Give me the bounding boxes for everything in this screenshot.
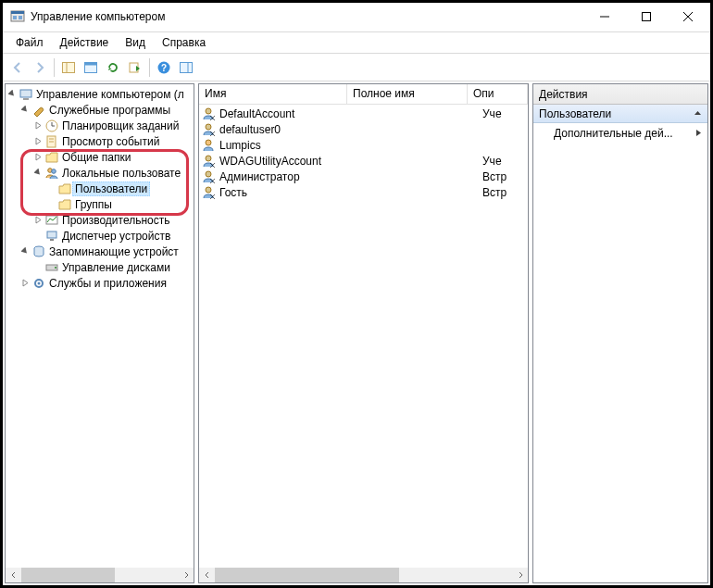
tree-performance[interactable]: Производительность <box>6 212 194 228</box>
list-rows: DefaultAccount Уче defaultuser0 Lumpics <box>199 105 528 567</box>
disk-icon <box>44 260 59 275</box>
scroll-track[interactable] <box>215 568 512 582</box>
tree-device-manager[interactable]: Диспетчер устройств <box>6 228 194 244</box>
tree-disk-management[interactable]: Управление дисками <box>6 259 194 275</box>
maximize-button[interactable] <box>625 3 667 31</box>
tree-root[interactable]: Управление компьютером (л <box>6 86 194 102</box>
properties-button[interactable] <box>80 56 102 79</box>
performance-icon <box>44 213 59 228</box>
action-pane-button[interactable] <box>175 56 197 79</box>
scroll-track[interactable] <box>21 568 178 582</box>
list-item[interactable]: WDAGUtilityAccount Уче <box>199 153 528 169</box>
scroll-thumb[interactable] <box>215 568 399 582</box>
column-description[interactable]: Опи <box>468 84 528 105</box>
svg-rect-15 <box>181 63 193 73</box>
tree-users[interactable]: Пользователи <box>6 181 194 196</box>
cell-desc: Встр <box>482 186 528 199</box>
tree-system-tools[interactable]: Служебные программы <box>6 102 194 118</box>
help-button[interactable]: ? <box>153 56 175 79</box>
tree-services-apps[interactable]: Службы и приложения <box>6 275 194 291</box>
actions-section[interactable]: Пользователи <box>533 105 707 123</box>
minimize-button[interactable] <box>583 3 625 31</box>
menu-action[interactable]: Действие <box>53 34 117 51</box>
svg-point-39 <box>206 171 211 177</box>
tree-scheduler[interactable]: Планировщик заданий <box>6 118 194 133</box>
list-item[interactable]: Lumpics <box>199 137 528 153</box>
column-fullname[interactable]: Полное имя <box>347 84 468 105</box>
users-group-icon <box>44 166 59 181</box>
list-item[interactable]: defaultuser0 <box>199 121 528 137</box>
list-item[interactable]: DefaultAccount Уче <box>199 106 528 121</box>
tree-shared-folders[interactable]: Общие папки <box>6 149 194 165</box>
close-button[interactable] <box>667 3 708 31</box>
window: Управление компьютером Файл Действие Вид… <box>0 0 713 588</box>
separator <box>3 53 710 54</box>
expander-closed-icon[interactable] <box>19 277 31 290</box>
svg-text:?: ? <box>161 63 167 73</box>
expander-open-icon[interactable] <box>19 104 31 117</box>
list-pane: Имя Полное имя Опи DefaultAccount Уче de… <box>198 83 529 583</box>
folder-icon <box>57 197 72 212</box>
actions-section-label: Пользователи <box>539 107 611 120</box>
shared-folder-icon <box>44 150 59 165</box>
forward-button[interactable] <box>29 56 51 79</box>
actions-pane: Действия Пользователи Дополнительные дей… <box>532 83 708 583</box>
list-scrollbar[interactable] <box>199 567 528 582</box>
storage-icon <box>31 244 46 259</box>
expander-closed-icon[interactable] <box>31 214 44 227</box>
tree-label: Управление компьютером (л <box>36 88 184 101</box>
expander-open-icon[interactable] <box>31 167 44 180</box>
cell-desc: Уче <box>482 155 528 168</box>
tree-label: Просмотр событий <box>62 135 159 148</box>
expander-open-icon[interactable] <box>19 245 31 258</box>
collapse-icon[interactable] <box>694 107 702 120</box>
menu-view[interactable]: Вид <box>118 34 153 51</box>
cell-name: Гость <box>219 186 362 199</box>
scroll-thumb[interactable] <box>21 568 115 582</box>
folder-icon <box>57 181 72 196</box>
device-icon <box>44 229 59 244</box>
tree-eventviewer[interactable]: Просмотр событий <box>6 133 194 149</box>
menu-file[interactable]: Файл <box>8 34 51 51</box>
column-name[interactable]: Имя <box>199 84 347 105</box>
scroll-left-icon[interactable] <box>199 568 215 582</box>
tree-label: Управление дисками <box>62 261 170 274</box>
scroll-right-icon[interactable] <box>512 568 528 582</box>
expander-closed-icon[interactable] <box>31 119 44 132</box>
services-icon <box>31 276 46 291</box>
list-item[interactable]: Гость Встр <box>199 184 528 200</box>
tree-groups[interactable]: Группы <box>6 196 194 212</box>
toolbar-separator <box>54 58 55 77</box>
tree-storage[interactable]: Запоминающие устройст <box>6 244 194 259</box>
user-disabled-icon <box>201 106 216 121</box>
menu-help[interactable]: Справка <box>155 34 213 51</box>
tree-scrollbar[interactable] <box>6 567 194 582</box>
user-disabled-icon <box>201 122 216 137</box>
expander-closed-icon[interactable] <box>31 135 44 148</box>
export-button[interactable] <box>124 56 146 79</box>
cell-desc: Уче <box>482 107 528 120</box>
expander-closed-icon[interactable] <box>31 151 44 164</box>
expander-open-icon[interactable] <box>6 88 19 101</box>
svg-rect-17 <box>20 90 31 97</box>
show-hide-tree-button[interactable] <box>57 56 80 79</box>
cell-name: WDAGUtilityAccount <box>219 155 362 168</box>
toolbar-separator <box>149 58 150 77</box>
tree-label: Диспетчер устройств <box>62 230 170 243</box>
scroll-left-icon[interactable] <box>6 568 21 582</box>
tree-label: Общие папки <box>62 151 131 164</box>
scroll-right-icon[interactable] <box>178 568 194 582</box>
action-more[interactable]: Дополнительные дей... <box>533 123 707 144</box>
svg-rect-28 <box>47 231 56 238</box>
svg-point-37 <box>206 140 211 145</box>
list-item[interactable]: Администратор Встр <box>199 169 528 184</box>
refresh-button[interactable] <box>102 56 124 79</box>
clock-icon <box>44 119 59 133</box>
tree-label: Производительность <box>62 214 169 227</box>
toolbar: ? <box>3 55 710 81</box>
tree-local-users[interactable]: Локальные пользовате <box>6 165 194 181</box>
svg-rect-3 <box>19 16 22 19</box>
back-button[interactable] <box>6 56 29 79</box>
user-disabled-icon <box>201 169 216 184</box>
cell-name: defaultuser0 <box>219 123 362 136</box>
